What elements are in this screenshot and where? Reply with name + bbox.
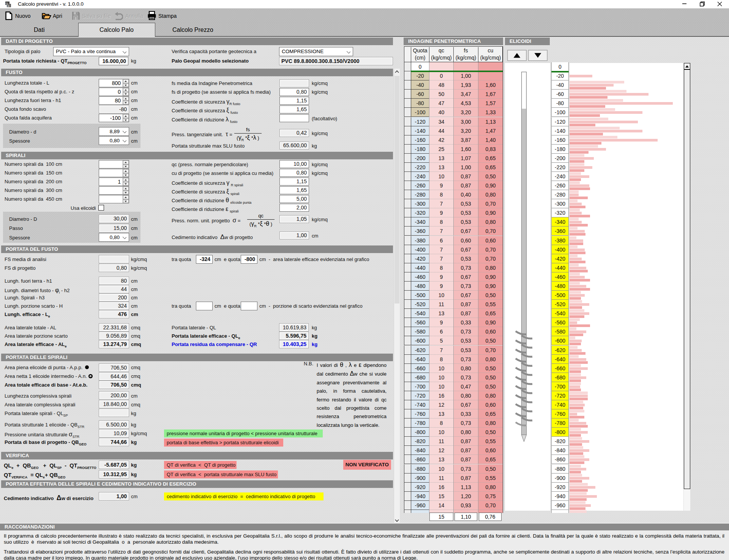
svg-text:p: p <box>8 4 9 8</box>
